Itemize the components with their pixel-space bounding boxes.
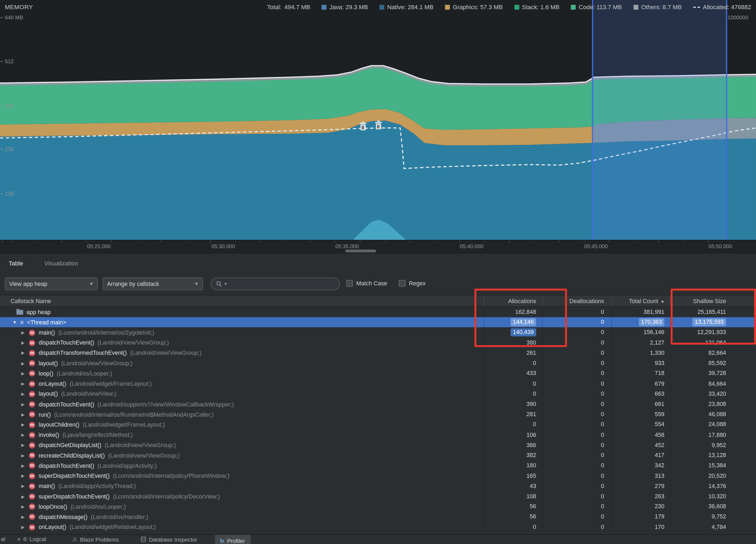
table-row[interactable]: ▶mmain()(Landroid/app/ActivityThread;)43… [0,481,756,491]
chart-legend: Total: 494.7 MB Java: 29.3 MBNative: 284… [267,4,751,10]
cell-allocations: 390 [484,399,542,409]
x-axis-label: 05:25.000 [87,243,111,249]
expand-arrow-icon[interactable]: ▶ [21,351,29,356]
expand-arrow-icon[interactable]: ▶ [21,474,29,478]
column-header-deallocations[interactable]: Deallocations [542,295,611,306]
cell-callstack-name: ▶mdispatchGetDisplayList()(Landroid/view… [0,442,484,449]
range-selection-overlay[interactable] [592,0,726,240]
cell-total-count: 179 [611,512,670,522]
expand-arrow-icon[interactable]: ▶ [21,392,29,397]
expand-arrow-icon[interactable]: ▶ [21,330,29,335]
cell-deallocations: 0 [542,450,611,461]
tab-visualization[interactable]: Visualization [44,260,78,267]
expand-arrow-icon[interactable]: ▶ [21,382,29,386]
table-row[interactable]: ▶minvoke()(Ljava/lang/reflect/Method;)10… [0,430,756,440]
table-row[interactable]: ▶mmain()(Lcom/android/internal/os/Zygote… [0,328,756,338]
cell-deallocations: 0 [542,317,611,328]
view-tabs: Table Visualization [0,253,756,274]
method-icon: m [29,432,35,438]
cell-shallow-size: 121,064 [670,338,756,348]
table-row[interactable]: ▶mlayout()(Landroid/view/ViewGroup;)0093… [0,358,756,369]
checkbox-box[interactable] [346,280,353,287]
expand-arrow-icon[interactable]: ▶ [21,494,29,499]
legend-items: Java: 29.3 MBNative: 284.1 MBGraphics: 5… [322,4,751,10]
table-row[interactable]: ▶mdispatchTouchEvent()(Landroid/app/Acti… [0,461,756,471]
table-row[interactable]: ▶mloopOnce()(Landroid/os/Looper;)5602303… [0,501,756,512]
expand-arrow-icon[interactable]: ▶ [21,341,29,345]
expand-arrow-icon[interactable]: ▶ [21,484,29,489]
legend-item-graphics: Graphics: 57.3 MB [445,4,503,10]
gc-event-icon[interactable] [360,122,366,130]
table-row[interactable]: app heap162,8480381,99125,165,411 [0,307,756,317]
statusbar-tab-profiler[interactable]: ↻ Profiler [215,535,251,544]
table-row[interactable]: ▶monLayout()(Landroid/widget/RelativeLay… [0,522,756,532]
expand-arrow-icon[interactable]: ▶ [21,463,29,468]
search-history-caret-icon[interactable]: ▼ [224,282,228,286]
table-row[interactable]: ▶mlayoutChildren()(Landroid/widget/Frame… [0,420,756,430]
selected-range-value: 13,175,593 [692,318,726,326]
cell-total-count: 452 [611,440,670,450]
expand-arrow-icon[interactable]: ▶ [21,361,29,366]
cell-total-count: 170 [611,522,670,532]
method-icon: m [29,483,35,489]
checkbox-box[interactable] [399,280,406,287]
gc-event-icon[interactable] [375,121,382,129]
cell-deallocations: 0 [542,348,611,358]
expand-arrow-icon[interactable]: ▶ [21,453,29,458]
timeline-scrollbar-thumb[interactable] [345,249,376,252]
statusbar-tab-terminal-partial[interactable]: al [1,536,5,542]
heap-select[interactable]: View app heap ▼ [5,278,98,290]
table-row[interactable]: ▶mrecreateChildDisplayList()(Landroid/vi… [0,450,756,461]
table-row[interactable]: ▶mdispatchTouchEvent()(Landroid/support/… [0,399,756,409]
cell-allocations: 0 [484,420,542,430]
statusbar-tab-database-inspector[interactable]: Database Inspector [141,536,197,542]
column-header-allocations[interactable]: Allocations [484,295,542,306]
statusbar-tab-logcat[interactable]: ≡ 6: Logcat [17,536,46,542]
cell-total-count: 263 [611,491,670,501]
table-row[interactable]: ▶mrun()(Lcom/android/internal/os/Runtime… [0,409,756,420]
cell-allocations: 0 [484,389,542,399]
column-header-shallow-size[interactable]: Shallow Size [670,295,756,306]
table-row[interactable]: ▶mdispatchMessage()(Landroid/os/Handler;… [0,512,756,522]
sort-desc-icon: ▼ [661,300,664,304]
memory-timeline-chart[interactable]: MEMORY Total: 494.7 MB Java: 29.3 MBNati… [0,0,756,240]
cell-allocations: 380 [484,338,542,348]
table-row[interactable]: ▶monLayout()(Landroid/widget/FrameLayout… [0,379,756,389]
table-row[interactable]: ▶msuperDispatchTouchEvent()(Lcom/android… [0,491,756,501]
expand-arrow-icon[interactable]: ▶ [21,433,29,437]
cell-shallow-size: 85,592 [670,358,756,369]
cell-shallow-size: 13,175,593 [670,317,756,328]
table-row[interactable]: ▶mdispatchTransformedTouchEvent()(Landro… [0,348,756,358]
cell-allocations: 56 [484,512,542,522]
match-case-checkbox[interactable]: Match Case [346,280,387,287]
cell-allocations: 108 [484,491,542,501]
cell-deallocations: 0 [542,409,611,420]
table-row[interactable]: ▶mlayout()(Landroid/view/View;)0066333,4… [0,389,756,399]
table-row[interactable]: ▼≡<Thread main>144,1460170,36313,175,593 [0,317,756,328]
cell-callstack-name: ▶mrecreateChildDisplayList()(Landroid/vi… [0,452,484,459]
expand-arrow-icon[interactable]: ▶ [21,371,29,376]
cell-total-count: 1,330 [611,348,670,358]
table-row[interactable]: ▶mloop()(Landroid/os/Looper;)433071839,7… [0,369,756,379]
tab-table[interactable]: Table [9,260,23,267]
expand-arrow-icon[interactable]: ▶ [21,525,29,530]
expand-arrow-icon[interactable]: ▶ [21,422,29,427]
table-row[interactable]: ▶mdispatchGetDisplayList()(Landroid/view… [0,440,756,450]
column-header-total-count[interactable]: Total Count▼ [611,295,670,306]
expand-arrow-icon[interactable]: ▶ [21,412,29,417]
arrange-select[interactable]: Arrange by callstack ▼ [103,278,203,290]
table-row[interactable]: ▶msuperDispatchTouchEvent()(Lcom/android… [0,471,756,481]
table-row[interactable]: ▶mdispatchTouchEvent()(Landroid/view/Vie… [0,338,756,348]
expand-arrow-icon[interactable]: ▶ [21,504,29,509]
collapse-arrow-icon[interactable]: ▼ [13,320,20,325]
regex-checkbox[interactable]: Regex [399,280,426,287]
statusbar-tab-blaze-problems[interactable]: ⚠ Blaze Problems [72,536,119,542]
expand-arrow-icon[interactable]: ▶ [21,402,29,407]
column-header-callstack-name[interactable]: Callstack Name [0,295,484,306]
expand-arrow-icon[interactable]: ▶ [21,515,29,520]
expand-arrow-icon[interactable]: ▶ [21,443,29,448]
search-input[interactable] [229,280,335,288]
cell-callstack-name: ▶mdispatchTransformedTouchEvent()(Landro… [0,350,484,357]
cell-shallow-size: 20,520 [670,471,756,481]
search-box[interactable]: ▼ [211,278,340,290]
